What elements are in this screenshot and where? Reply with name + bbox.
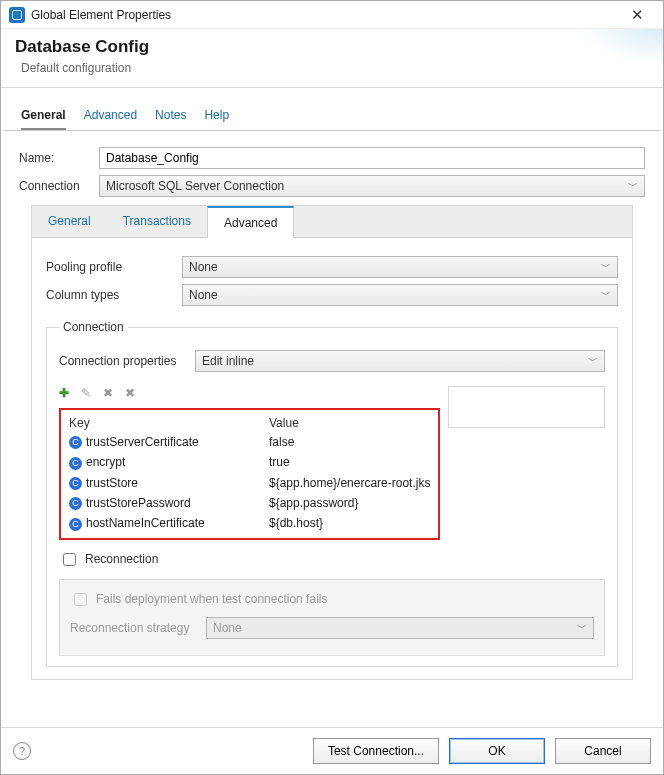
empty-panel bbox=[448, 386, 605, 428]
chevron-down-icon: ﹀ bbox=[601, 288, 611, 302]
column-types-label: Column types bbox=[46, 288, 182, 302]
key-icon: C bbox=[69, 436, 82, 449]
prop-key: trustServerCertificate bbox=[86, 435, 199, 449]
fails-deployment-label: Fails deployment when test connection fa… bbox=[96, 592, 327, 606]
app-icon bbox=[9, 7, 25, 23]
properties-table[interactable]: Key Value CtrustServerCertificate false bbox=[65, 414, 434, 534]
sub-tabs: General Transactions Advanced bbox=[32, 206, 632, 238]
table-row[interactable]: Cencrypt true bbox=[65, 452, 434, 472]
reconnection-disabled-panel: Fails deployment when test connection fa… bbox=[59, 579, 605, 656]
prop-value: ${app.home}/enercare-root.jks bbox=[265, 473, 434, 493]
ok-button[interactable]: OK bbox=[449, 738, 545, 764]
table-row[interactable]: CtrustServerCertificate false bbox=[65, 432, 434, 452]
connection-properties-label: Connection properties bbox=[59, 354, 195, 368]
name-label: Name: bbox=[19, 151, 99, 165]
tab-general[interactable]: General bbox=[21, 102, 66, 130]
property-toolbar: ✚ ✎ ✖ ✖ bbox=[59, 382, 440, 406]
pooling-profile-select[interactable]: None ﹀ bbox=[182, 256, 618, 278]
primary-tabs: General Advanced Notes Help bbox=[3, 94, 661, 131]
tab-advanced[interactable]: Advanced bbox=[84, 102, 137, 130]
properties-table-highlight: Key Value CtrustServerCertificate false bbox=[59, 408, 440, 540]
chevron-down-icon: ﹀ bbox=[577, 621, 587, 635]
connection-fieldset: Connection Connection properties Edit in… bbox=[46, 320, 618, 667]
tab-help[interactable]: Help bbox=[204, 102, 229, 130]
connection-legend: Connection bbox=[59, 320, 128, 334]
header-ornament bbox=[543, 29, 663, 69]
connection-select[interactable]: Microsoft SQL Server Connection ﹀ bbox=[99, 175, 645, 197]
add-icon[interactable]: ✚ bbox=[59, 386, 75, 402]
col-key: Key bbox=[69, 416, 90, 430]
dialog-window: Global Element Properties ✕ Database Con… bbox=[0, 0, 664, 775]
col-value: Value bbox=[269, 416, 299, 430]
connection-label: Connection bbox=[19, 179, 99, 193]
close-icon[interactable]: ✕ bbox=[619, 6, 655, 24]
cancel-button[interactable]: Cancel bbox=[555, 738, 651, 764]
key-icon: C bbox=[69, 518, 82, 531]
header: Database Config Default configuration bbox=[1, 29, 663, 88]
connection-properties-value: Edit inline bbox=[202, 354, 254, 368]
table-header-row: Key Value bbox=[65, 414, 434, 432]
prop-value: true bbox=[265, 452, 434, 472]
dialog-footer: ? Test Connection... OK Cancel bbox=[1, 727, 663, 774]
table-row[interactable]: CtrustStorePassword ${app.password} bbox=[65, 493, 434, 513]
key-icon: C bbox=[69, 497, 82, 510]
column-types-value: None bbox=[189, 288, 218, 302]
name-input[interactable] bbox=[99, 147, 645, 169]
prop-value: false bbox=[265, 432, 434, 452]
chevron-down-icon: ﹀ bbox=[628, 179, 638, 193]
connection-select-value: Microsoft SQL Server Connection bbox=[106, 179, 284, 193]
connection-config-box: General Transactions Advanced Pooling pr… bbox=[31, 205, 633, 680]
chevron-down-icon: ﹀ bbox=[601, 260, 611, 274]
key-icon: C bbox=[69, 477, 82, 490]
pooling-profile-label: Pooling profile bbox=[46, 260, 182, 274]
sub-tab-transactions[interactable]: Transactions bbox=[107, 206, 207, 237]
fails-deployment-checkbox bbox=[74, 593, 87, 606]
prop-key: encrypt bbox=[86, 455, 125, 469]
chevron-down-icon: ﹀ bbox=[588, 354, 598, 368]
help-icon[interactable]: ? bbox=[13, 742, 31, 760]
dialog-body: General Advanced Notes Help Name: Connec… bbox=[1, 88, 663, 727]
reconnection-strategy-select: None ﹀ bbox=[206, 617, 594, 639]
key-icon: C bbox=[69, 457, 82, 470]
reconnection-strategy-label: Reconnection strategy bbox=[70, 621, 206, 635]
prop-key: trustStore bbox=[86, 476, 138, 490]
table-row[interactable]: ChostNameInCertificate ${db.host} bbox=[65, 513, 434, 533]
prop-value: ${app.password} bbox=[265, 493, 434, 513]
reconnection-label: Reconnection bbox=[85, 552, 158, 566]
prop-key: hostNameInCertificate bbox=[86, 516, 205, 530]
pooling-profile-value: None bbox=[189, 260, 218, 274]
general-section: Name: Connection Microsoft SQL Server Co… bbox=[3, 131, 661, 698]
test-connection-button[interactable]: Test Connection... bbox=[313, 738, 439, 764]
prop-value: ${db.host} bbox=[265, 513, 434, 533]
sub-tab-general[interactable]: General bbox=[32, 206, 107, 237]
clear-icon[interactable]: ✖ bbox=[125, 386, 141, 402]
titlebar: Global Element Properties ✕ bbox=[1, 1, 663, 29]
reconnection-strategy-value: None bbox=[213, 621, 242, 635]
table-row[interactable]: CtrustStore ${app.home}/enercare-root.jk… bbox=[65, 473, 434, 493]
property-editor: ✚ ✎ ✖ ✖ Key Value bbox=[59, 382, 440, 540]
reconnection-checkbox[interactable] bbox=[63, 553, 76, 566]
prop-key: trustStorePassword bbox=[86, 496, 191, 510]
connection-properties-select[interactable]: Edit inline ﹀ bbox=[195, 350, 605, 372]
column-types-select[interactable]: None ﹀ bbox=[182, 284, 618, 306]
delete-icon[interactable]: ✖ bbox=[103, 386, 119, 402]
sub-tab-advanced[interactable]: Advanced bbox=[207, 206, 294, 238]
tab-notes[interactable]: Notes bbox=[155, 102, 186, 130]
sub-tab-body: Pooling profile None ﹀ Column types None… bbox=[32, 238, 632, 679]
window-title: Global Element Properties bbox=[31, 8, 619, 22]
edit-icon[interactable]: ✎ bbox=[81, 386, 97, 402]
